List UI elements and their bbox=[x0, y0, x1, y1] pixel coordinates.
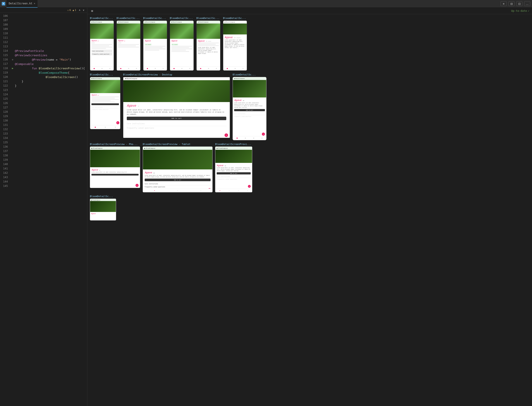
preview-label-5: BloomDetailSc... bbox=[196, 17, 220, 20]
warning-icon: ⚠ bbox=[67, 9, 69, 12]
mockup-wrapper-desktop[interactable]: ■ BloomCompose Agave ↗ Lorem ipsum dolor… bbox=[123, 77, 230, 138]
preview-item-row4-1: BloomDetailSc... ■ BloomCompose Agave bbox=[90, 195, 116, 220]
phone-mockup-2: ■ BloomCompose Agave ● ★★★★★ bbox=[117, 21, 140, 71]
toolbar-menu-button[interactable]: ≡ bbox=[501, 1, 507, 6]
phone-mockup-6: ■ BloomCompose Agave In stock Lorem ipsu… bbox=[223, 21, 247, 71]
gear-gutter-116[interactable]: ⚙ bbox=[10, 58, 15, 61]
preview-item-4: BloomDetailSc... ■ BloomCompose Agave In… bbox=[170, 17, 194, 71]
toolbar-right: ≡ ⊟ ⊡ … bbox=[501, 1, 530, 6]
tab-close-button[interactable]: × bbox=[34, 2, 35, 5]
code-line-138: 138 bbox=[0, 153, 87, 158]
code-line-142: 142 bbox=[0, 171, 87, 175]
toolbar-grid-button[interactable]: ⊡ bbox=[516, 1, 522, 6]
up-to-date-label: Up-to-date bbox=[511, 9, 527, 12]
code-line-109: 109 bbox=[0, 27, 87, 31]
preview-item-1: BloomDetailSc... ■ BloomCompose Agave ● … bbox=[90, 17, 114, 71]
phone-mockup-5: ■ BloomCompose Agave In stock bbox=[196, 21, 220, 71]
preview-panel: ⊞ Up-to-date ✓ BloomDetailSc... ■ BloomC… bbox=[87, 8, 532, 406]
title-bar: K DetailScreen.kt × ≡ ⊟ ⊡ … bbox=[0, 0, 532, 8]
mockup-wrapper-row2-1[interactable]: ■ BloomCompose Agave ● bbox=[90, 77, 120, 129]
preview-grid-icon[interactable]: ⊞ bbox=[90, 9, 94, 13]
nav-down-button[interactable]: ∨ bbox=[82, 8, 85, 12]
preview-label-tablet: BloomDetailScreenPreview - Tablet bbox=[143, 143, 213, 146]
nav-up-button[interactable]: ∧ bbox=[78, 8, 81, 12]
code-line-123: 123 bbox=[0, 88, 87, 92]
large2-mockup: ■ BloomCompose Agave ●● Lorem ipsum dolo… bbox=[215, 146, 252, 192]
preview-label-3: BloomDetailSc... bbox=[143, 17, 167, 20]
code-line-114: 114 @PreviewFontScale bbox=[0, 49, 87, 53]
code-line-145: 145 bbox=[0, 184, 87, 188]
toolbar-more-button[interactable]: … bbox=[524, 1, 530, 6]
code-line-135: 135 bbox=[0, 140, 87, 145]
preview-label-2: BloomDetailSc... bbox=[117, 17, 140, 20]
preview-header-left: ⊞ bbox=[90, 9, 94, 13]
preview-item-row2-1: BloomDetailSc... ■ BloomCompose Agave ● bbox=[90, 73, 120, 129]
code-lines: 106 107 108 109 110 bbox=[0, 13, 87, 189]
run-gutter-118[interactable]: ▶ bbox=[10, 67, 15, 70]
tablet-faq: Frequently asked questions bbox=[145, 185, 211, 188]
large-phone-mockup: ■ BloomCompose Agave ●● Lorem ipsum dolo… bbox=[233, 77, 266, 140]
tablet-care-instructions: Care instructions bbox=[145, 182, 211, 185]
code-line-141: 141 bbox=[0, 166, 87, 171]
check-icon: ✓ bbox=[528, 9, 529, 12]
code-line-128: 128 bbox=[0, 110, 87, 114]
info-count: 1 bbox=[75, 9, 76, 12]
code-line-113: 113 bbox=[0, 44, 87, 49]
preview-label-large2: BloomDetailScreenPrevi... bbox=[215, 143, 252, 146]
mockup-wrapper-6[interactable]: ■ BloomCompose Agave In stock Lorem ipsu… bbox=[223, 21, 247, 71]
code-line-121: 121 } bbox=[0, 79, 87, 84]
preview-label-phone: BloomDetailScreenPreview - Pho... bbox=[90, 143, 140, 146]
phone-mockup-4: ■ BloomCompose Agave In stock bbox=[170, 21, 194, 71]
toolbar-split-button[interactable]: ⊟ bbox=[509, 1, 515, 6]
code-line-125: 125 bbox=[0, 97, 87, 101]
mockup-wrapper-1[interactable]: ■ BloomCompose Agave ● ★★★★★ bbox=[90, 21, 114, 71]
code-line-139: 139 bbox=[0, 158, 87, 162]
mockup-wrapper-large2[interactable]: ■ BloomCompose Agave ●● Lorem ipsum dolo… bbox=[215, 146, 252, 192]
mockup-wrapper-row4-1[interactable]: ■ BloomCompose Agave bbox=[90, 199, 116, 220]
code-line-127: 127 bbox=[0, 105, 87, 110]
mockup-wrapper-3[interactable]: ■ BloomCompose Agave In stock bbox=[143, 21, 167, 71]
preview-grid: BloomDetailSc... ■ BloomCompose Agave ● … bbox=[87, 14, 532, 223]
preview-label-row2-3: BloomDetailSc... bbox=[233, 73, 266, 76]
phone-preview-mockup: ■ BloomCompose Agave ● Lorem ipsum dolor… bbox=[90, 146, 140, 188]
code-line-131: 131 bbox=[0, 123, 87, 127]
code-line-143: 143 bbox=[0, 175, 87, 180]
preview-item-row2-3: BloomDetailSc... ■ BloomCompose Agave ●●… bbox=[233, 73, 266, 140]
mockup-wrapper-5[interactable]: ■ BloomCompose Agave In stock bbox=[196, 21, 220, 71]
code-line-107: 107 bbox=[0, 18, 87, 22]
code-line-122: 122 } bbox=[0, 84, 87, 88]
desktop-mockup: ■ BloomCompose Agave ↗ Lorem ipsum dolor… bbox=[123, 77, 230, 138]
code-line-111: 111 bbox=[0, 36, 87, 40]
code-panel: ⚠ 6 ▲ 1 ∧ ∨ 106 107 bbox=[0, 8, 87, 406]
preview-item-tablet: BloomDetailScreenPreview - Tablet ■ Bloo… bbox=[143, 143, 213, 192]
nav-arrows: ∧ ∨ bbox=[78, 8, 85, 12]
code-line-130: 130 bbox=[0, 118, 87, 123]
code-line-110: 110 bbox=[0, 31, 87, 36]
mockup-wrapper-tablet[interactable]: ■ BloomCompose Agave ●● Lorem ipsum dolo… bbox=[143, 146, 213, 192]
desktop-fab[interactable]: ✎ bbox=[225, 133, 228, 137]
row4-mockup: ■ BloomCompose Agave bbox=[90, 199, 116, 220]
code-line-106: 106 bbox=[0, 14, 87, 18]
mockup-wrapper-4[interactable]: ■ BloomCompose Agave In stock bbox=[170, 21, 194, 71]
care-instructions-label: Care instructions bbox=[127, 123, 145, 125]
file-name: DetailScreen.kt bbox=[9, 2, 32, 5]
code-line-126: 126 bbox=[0, 101, 87, 105]
preview-label-row4-1: BloomDetailSc... bbox=[90, 195, 116, 198]
code-line-116: 116 ⚙ @Preview(name = "Main") bbox=[0, 57, 87, 62]
large2-care-instructions: Care instructions bbox=[217, 175, 251, 178]
phone-mockup-1: ■ BloomCompose Agave ● ★★★★★ bbox=[90, 21, 114, 71]
code-line-124: 124 bbox=[0, 92, 87, 97]
preview-item-2: BloomDetailSc... ■ BloomCompose Agave ● … bbox=[117, 17, 140, 71]
code-line-112: 112 bbox=[0, 40, 87, 44]
mockup-wrapper-phone[interactable]: ■ BloomCompose Agave ● Lorem ipsum dolor… bbox=[90, 146, 140, 188]
mockup-wrapper-2[interactable]: ■ BloomCompose Agave ● ★★★★★ bbox=[117, 21, 140, 71]
up-to-date-status: Up-to-date ✓ bbox=[511, 9, 529, 12]
phone-mockup-row2-1: ■ BloomCompose Agave ● bbox=[90, 77, 120, 129]
preview-item-5: BloomDetailSc... ■ BloomCompose Agave In… bbox=[196, 17, 220, 71]
code-line-136: 136 bbox=[0, 145, 87, 149]
mockup-wrapper-row2-3[interactable]: ■ BloomCompose Agave ●● Lorem ipsum dolo… bbox=[233, 77, 266, 140]
code-line-140: 140 bbox=[0, 162, 87, 166]
preview-label-desktop: BloomDetailScreenPreview - Desktop bbox=[123, 73, 230, 76]
file-tab[interactable]: DetailScreen.kt × bbox=[7, 0, 37, 8]
preview-item-large2: BloomDetailScreenPrevi... ■ BloomCompose… bbox=[215, 143, 252, 192]
